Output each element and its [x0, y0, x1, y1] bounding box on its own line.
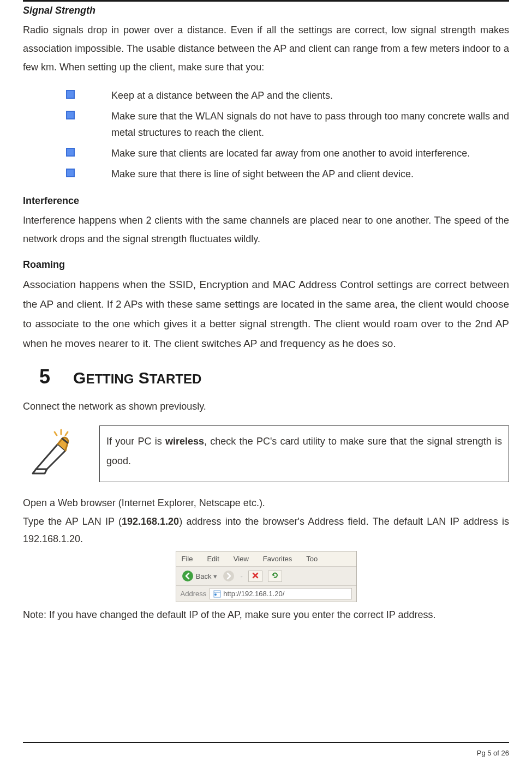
list-item: Make sure that clients are located far a…: [23, 145, 509, 161]
browser-screenshot: File Edit View Favorites Too Back ▾: [23, 551, 509, 602]
heading-interference: Interference: [23, 195, 509, 207]
para-interference: Interference happens when 2 clients with…: [23, 211, 509, 248]
top-rule: [23, 0, 509, 2]
list-item: Make sure that the WLAN signals do not h…: [23, 108, 509, 141]
stop-button[interactable]: [248, 571, 262, 582]
list-item: Make sure that there is line of sight be…: [23, 166, 509, 182]
ie-menu-bar: File Edit View Favorites Too: [176, 551, 356, 567]
bullet-list: Keep at a distance between the AP and th…: [23, 87, 509, 182]
note-text-pre: If your PC is: [106, 436, 165, 447]
heading-signal-strength: Signal Strength: [23, 5, 509, 16]
address-label: Address: [181, 590, 207, 598]
bottom-rule: [23, 742, 509, 743]
para-connect: Connect the network as shown previously.: [23, 397, 509, 416]
ie-menu-tools[interactable]: Too: [306, 555, 318, 563]
refresh-button[interactable]: [268, 571, 282, 582]
bullet-icon: [65, 168, 75, 178]
bullet-text: Make sure that there is line of sight be…: [111, 166, 509, 182]
para-note-changed-ip: Note: If you have changed the default IP…: [23, 605, 509, 624]
heading-roaming: Roaming: [23, 259, 509, 271]
bullet-text: Keep at a distance between the AP and th…: [111, 87, 509, 104]
note-text-bold: wireless: [165, 436, 204, 447]
svg-rect-5: [67, 149, 74, 155]
separator-icon: -: [240, 572, 242, 580]
bullet-text: Make sure that the WLAN signals do not h…: [111, 108, 509, 141]
svg-point-9: [223, 571, 234, 581]
svg-point-8: [182, 571, 193, 581]
section-number: 5: [39, 365, 50, 388]
title-fragment: S: [134, 369, 149, 387]
back-button[interactable]: Back ▾: [182, 570, 218, 582]
page-footer: Pg 5 of 26: [477, 749, 509, 757]
bullet-icon: [65, 89, 75, 99]
ie-address-bar: Address http://192.168.1.20/: [176, 586, 356, 602]
stop-icon: [252, 572, 259, 579]
svg-rect-1: [67, 91, 74, 98]
back-icon: [182, 570, 194, 582]
ie-window: File Edit View Favorites Too Back ▾: [176, 551, 357, 602]
para-open-browser: Open a Web browser (Internet Explorer, N…: [23, 494, 509, 512]
svg-rect-7: [67, 170, 74, 176]
ip-bold: 192.168.1.20: [122, 516, 179, 527]
title-fragment: TARTED: [150, 371, 202, 386]
list-item: Keep at a distance between the AP and th…: [23, 87, 509, 104]
section-5-heading: 5 GETTING STARTED: [23, 365, 509, 388]
ie-toolbar: Back ▾ -: [176, 567, 356, 586]
note-box: If your PC is wireless, check the PC's c…: [99, 425, 509, 482]
title-fragment: G: [73, 369, 86, 387]
ie-menu-favorites[interactable]: Favorites: [263, 555, 292, 563]
back-label: Back: [196, 572, 212, 580]
chevron-down-icon: ▾: [213, 572, 217, 580]
title-fragment: ETTING: [86, 371, 134, 386]
svg-point-11: [214, 593, 217, 596]
bullet-icon: [65, 110, 75, 120]
url-text: http://192.168.1.20/: [223, 590, 284, 598]
bullet-icon: [65, 147, 75, 157]
ie-menu-edit[interactable]: Edit: [207, 555, 219, 563]
ip-pre: Type the AP LAN IP (: [23, 516, 122, 527]
para-signal-strength: Radio signals drop in power over a dista…: [23, 21, 509, 76]
svg-rect-3: [67, 112, 74, 118]
forward-button[interactable]: [223, 570, 235, 582]
note-row: If your PC is wireless, check the PC's c…: [23, 425, 509, 482]
address-input[interactable]: http://192.168.1.20/: [210, 588, 351, 599]
para-roaming: Association happens when the SSID, Encry…: [23, 275, 509, 353]
ie-page-icon: [213, 590, 221, 598]
section-title: GETTING STARTED: [73, 369, 201, 387]
refresh-icon: [271, 572, 279, 579]
ie-menu-view[interactable]: View: [234, 555, 249, 563]
ie-menu-file[interactable]: File: [182, 555, 193, 563]
bullet-text: Make sure that clients are located far a…: [111, 145, 509, 161]
para-type-ip: Type the AP LAN IP (192.168.1.20) addres…: [23, 513, 509, 548]
note-icon: [23, 425, 77, 478]
